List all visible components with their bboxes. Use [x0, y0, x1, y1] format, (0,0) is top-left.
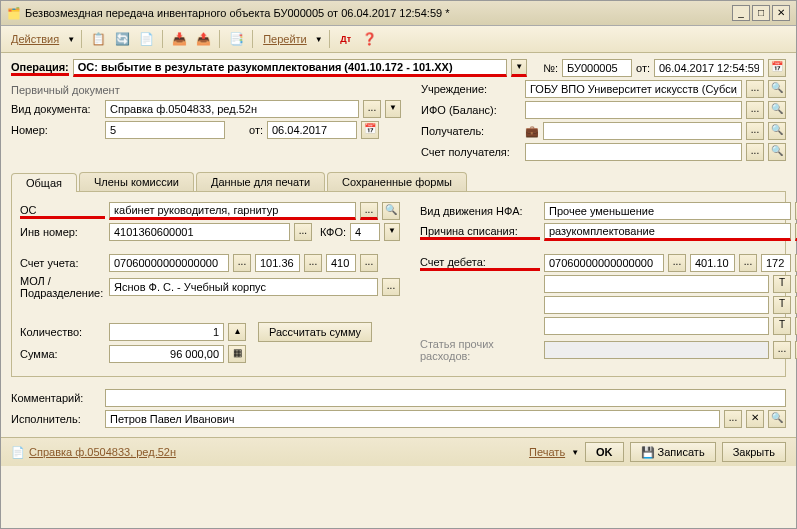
vid-doc-label: Вид документа:	[11, 103, 101, 115]
actions-menu[interactable]: Действия	[7, 31, 63, 47]
ifo-field[interactable]	[525, 101, 742, 119]
ifo-select-icon[interactable]: ...	[746, 101, 764, 119]
save-button[interactable]: 💾 Записать	[630, 442, 716, 462]
toolbar: Действия▼ 📋 🔄 📄 📥 📤 📑 Перейти▼ Дт ❓	[1, 26, 796, 53]
extra1-t-icon[interactable]: T	[773, 275, 791, 293]
sum-calc-icon[interactable]: ▦	[228, 345, 246, 363]
nomer-label: Номер:	[11, 124, 101, 136]
ifo-search-icon[interactable]: 🔍	[768, 101, 786, 119]
schet-d1-field[interactable]	[544, 254, 664, 272]
prich-field[interactable]	[544, 223, 791, 241]
schet-pol-field[interactable]	[525, 143, 742, 161]
close-button[interactable]: ✕	[772, 5, 790, 21]
vid-dv-field[interactable]	[544, 202, 791, 220]
extra-field-3[interactable]	[544, 317, 769, 335]
schet-u-label: Счет учета:	[20, 257, 105, 269]
ot-date-field[interactable]	[267, 121, 357, 139]
schet-d1-select-icon[interactable]: ...	[668, 254, 686, 272]
tb-icon-1[interactable]: 📋	[88, 29, 108, 49]
stat-select-icon[interactable]: ...	[773, 341, 791, 359]
pol-select-icon[interactable]: ...	[746, 122, 764, 140]
window-title: Безвозмездная передача инвентарного объе…	[25, 7, 449, 19]
extra3-t-icon[interactable]: T	[773, 317, 791, 335]
sum-field[interactable]	[109, 345, 224, 363]
minimize-button[interactable]: _	[732, 5, 750, 21]
kfo-field[interactable]	[350, 223, 380, 241]
inv-field[interactable]	[109, 223, 290, 241]
ifo-label: ИФО (Баланс):	[421, 104, 521, 116]
os-search-icon[interactable]: 🔍	[382, 202, 400, 220]
mol-field[interactable]	[109, 278, 378, 296]
schet-d2-field[interactable]	[690, 254, 735, 272]
date-field[interactable]	[654, 59, 764, 77]
tb-icon-7[interactable]: Дт	[336, 29, 356, 49]
tb-icon-4[interactable]: 📥	[169, 29, 189, 49]
inv-select-icon[interactable]: ...	[294, 223, 312, 241]
schet-u3-field[interactable]	[326, 254, 356, 272]
pol-label: Получатель:	[421, 125, 521, 137]
isp-clear-icon[interactable]: ✕	[746, 410, 764, 428]
num-label: №:	[543, 62, 558, 74]
komm-label: Комментарий:	[11, 392, 101, 404]
num-field[interactable]	[562, 59, 632, 77]
isp-field[interactable]	[105, 410, 720, 428]
operation-select[interactable]	[73, 59, 507, 77]
isp-label: Исполнитель:	[11, 413, 101, 425]
save-icon: 💾	[641, 446, 655, 458]
vid-doc-field[interactable]	[105, 100, 359, 118]
footer-doc-icon: 📄	[11, 446, 25, 459]
mol-select-icon[interactable]: ...	[382, 278, 400, 296]
operation-dropdown-icon[interactable]: ▼	[511, 59, 527, 77]
pol-field[interactable]	[543, 122, 742, 140]
date-picker-icon[interactable]: 📅	[768, 59, 786, 77]
tb-icon-8[interactable]: ❓	[360, 29, 380, 49]
schet-u1-select-icon[interactable]: ...	[233, 254, 251, 272]
schet-pol-select-icon[interactable]: ...	[746, 143, 764, 161]
isp-select-icon[interactable]: ...	[724, 410, 742, 428]
schet-u2-field[interactable]	[255, 254, 300, 272]
kfo-dropdown-icon[interactable]: ▼	[384, 223, 400, 241]
print-link[interactable]: Печать	[529, 446, 565, 458]
ok-button[interactable]: OK	[585, 442, 624, 462]
tab-print[interactable]: Данные для печати	[196, 172, 325, 191]
pol-search-icon[interactable]: 🔍	[768, 122, 786, 140]
tab-members[interactable]: Члены комиссии	[79, 172, 194, 191]
kol-label: Количество:	[20, 326, 105, 338]
extra-field-1[interactable]	[544, 275, 769, 293]
tb-icon-6[interactable]: 📑	[226, 29, 246, 49]
close-form-button[interactable]: Закрыть	[722, 442, 786, 462]
uchr-field[interactable]	[525, 80, 742, 98]
kol-field[interactable]	[109, 323, 224, 341]
extra-field-2[interactable]	[544, 296, 769, 314]
goto-menu[interactable]: Перейти	[259, 31, 311, 47]
nomer-field[interactable]	[105, 121, 225, 139]
uchr-label: Учреждение:	[421, 83, 521, 95]
os-field[interactable]	[109, 202, 356, 220]
schet-u2-select-icon[interactable]: ...	[304, 254, 322, 272]
isp-search-icon[interactable]: 🔍	[768, 410, 786, 428]
uchr-select-icon[interactable]: ...	[746, 80, 764, 98]
briefcase-icon: 💼	[525, 125, 539, 138]
kol-spinner-icon[interactable]: ▴	[228, 323, 246, 341]
ot-date-picker-icon[interactable]: 📅	[361, 121, 379, 139]
calc-button[interactable]: Рассчитать сумму	[258, 322, 372, 342]
extra2-t-icon[interactable]: T	[773, 296, 791, 314]
footer-doc-link[interactable]: Справка ф.0504833, ред.52н	[29, 446, 176, 458]
schet-d2-select-icon[interactable]: ...	[739, 254, 757, 272]
uchr-search-icon[interactable]: 🔍	[768, 80, 786, 98]
tb-icon-2[interactable]: 🔄	[112, 29, 132, 49]
tab-forms[interactable]: Сохраненные формы	[327, 172, 467, 191]
schet-u3-select-icon[interactable]: ...	[360, 254, 378, 272]
vid-dv-label: Вид движения НФА:	[420, 205, 540, 217]
vid-doc-dropdown-icon[interactable]: ▼	[385, 100, 401, 118]
tb-icon-5[interactable]: 📤	[193, 29, 213, 49]
vid-doc-select-icon[interactable]: ...	[363, 100, 381, 118]
tb-icon-3[interactable]: 📄	[136, 29, 156, 49]
schet-u1-field[interactable]	[109, 254, 229, 272]
komm-field[interactable]	[105, 389, 786, 407]
schet-pol-search-icon[interactable]: 🔍	[768, 143, 786, 161]
schet-d3-field[interactable]	[761, 254, 791, 272]
tab-general[interactable]: Общая	[11, 173, 77, 192]
maximize-button[interactable]: □	[752, 5, 770, 21]
os-select-icon[interactable]: ...	[360, 202, 378, 220]
